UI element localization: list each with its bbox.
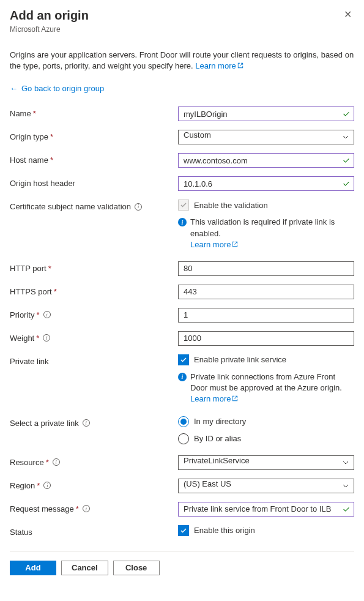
host-name-input[interactable]	[178, 153, 354, 168]
radio-icon	[178, 433, 189, 444]
priority-input[interactable]	[178, 308, 354, 323]
radio-icon	[178, 416, 189, 427]
region-select[interactable]: (US) East US	[178, 479, 354, 493]
back-link[interactable]: ← Go back to origin group	[10, 84, 354, 93]
add-button[interactable]: Add	[10, 561, 56, 575]
info-icon[interactable]	[83, 419, 90, 427]
weight-label: Weight	[10, 334, 34, 343]
close-button[interactable]: Close	[113, 561, 160, 575]
host-name-label: Host name	[10, 155, 48, 165]
cert-learn-more-link[interactable]: Learn more	[190, 240, 238, 249]
cert-validation-checkbox	[178, 200, 189, 211]
https-port-input[interactable]	[178, 285, 354, 299]
arrow-left-icon: ←	[10, 84, 18, 93]
info-icon[interactable]	[53, 458, 60, 466]
description: Origins are your application servers. Fr…	[10, 50, 354, 72]
request-message-label: Request message	[10, 504, 74, 513]
info-icon[interactable]	[135, 203, 142, 211]
cert-validation-help: This validation is required if private l…	[190, 217, 335, 237]
external-link-icon	[232, 394, 238, 400]
private-link-label: Private link	[10, 357, 49, 366]
private-link-learn-more-link[interactable]: Learn more	[190, 394, 238, 403]
private-link-checkbox[interactable]	[178, 354, 189, 365]
info-icon	[178, 218, 187, 226]
cancel-button[interactable]: Cancel	[61, 561, 108, 575]
info-icon[interactable]	[43, 334, 50, 342]
status-checkbox-label: Enable this origin	[194, 526, 255, 535]
radio-by-id-alias[interactable]: By ID or alias	[178, 433, 354, 444]
cert-validation-checkbox-label: Enable the validation	[194, 201, 268, 210]
page-title: Add an origin	[10, 9, 89, 23]
select-private-link-label: Select a private link	[10, 419, 79, 428]
host-header-input[interactable]	[178, 176, 354, 191]
private-link-help: Private link connections from Azure Fron…	[190, 372, 342, 392]
name-label: Name	[10, 109, 31, 118]
external-link-icon	[232, 239, 238, 245]
radio-label-alias: By ID or alias	[194, 434, 241, 443]
radio-label-directory: In my directory	[194, 417, 246, 426]
host-header-label: Origin host header	[10, 179, 75, 188]
cert-validation-label: Certificate subject name validation	[10, 202, 131, 211]
https-port-label: HTTPS port	[10, 287, 52, 296]
request-message-input[interactable]	[178, 502, 354, 517]
back-link-text: Go back to origin group	[21, 84, 104, 93]
name-input[interactable]	[178, 106, 354, 121]
external-link-icon	[237, 61, 243, 67]
info-icon[interactable]	[43, 311, 51, 318]
description-text: Origins are your application servers. Fr…	[10, 50, 354, 70]
status-label: Status	[10, 528, 32, 537]
origin-type-label: Origin type	[10, 132, 48, 141]
close-icon[interactable]: ✕	[341, 9, 354, 20]
origin-type-select[interactable]: Custom	[178, 130, 354, 144]
page-subtitle: Microsoft Azure	[10, 25, 354, 34]
learn-more-link[interactable]: Learn more	[195, 61, 243, 70]
region-label: Region	[10, 481, 35, 490]
weight-input[interactable]	[178, 331, 354, 346]
priority-label: Priority	[10, 310, 34, 319]
resource-label: Resource	[10, 458, 44, 467]
info-icon	[178, 373, 187, 381]
radio-in-my-directory[interactable]: In my directory	[178, 416, 354, 427]
info-icon[interactable]	[43, 482, 51, 489]
info-icon[interactable]	[83, 505, 90, 512]
http-port-label: HTTP port	[10, 264, 46, 273]
http-port-input[interactable]	[178, 261, 354, 276]
status-checkbox[interactable]	[178, 525, 189, 536]
resource-select[interactable]: PrivateLinkService	[178, 455, 354, 470]
private-link-checkbox-label: Enable private link service	[194, 355, 286, 364]
